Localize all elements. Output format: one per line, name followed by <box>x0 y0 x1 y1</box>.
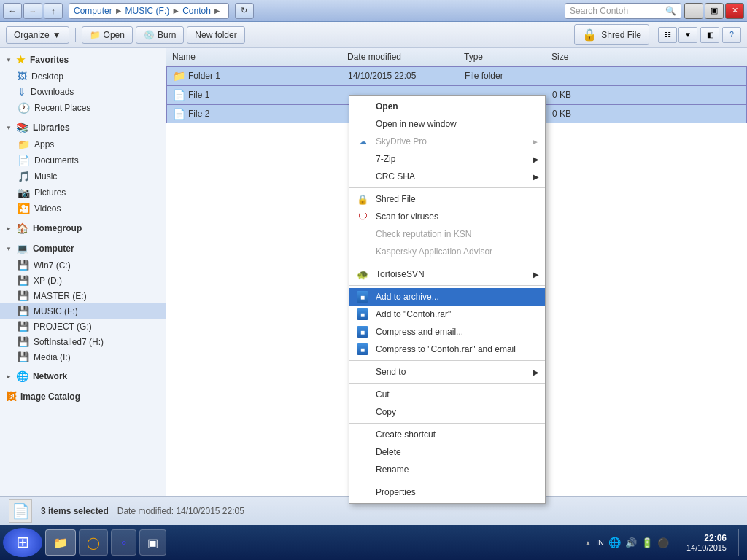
ctx-delete[interactable]: Delete <box>349 443 545 461</box>
open-button[interactable]: 📁 Open <box>82 26 133 44</box>
media-label: Media (I:) <box>34 352 71 362</box>
taskbar-explorer-icon: 📁 <box>53 536 68 550</box>
search-icon: 🔍 <box>665 6 676 16</box>
close-button[interactable]: ✕ <box>725 3 744 19</box>
sidebar-item-apps[interactable]: 📁 Apps <box>0 136 166 152</box>
taskbar-item-explorer[interactable]: 📁 <box>45 529 76 556</box>
breadcrumb-sep3: ► <box>213 6 222 16</box>
ctx-shred-file[interactable]: 🔒 Shred File <box>349 190 545 208</box>
project-icon: 💾 <box>18 321 29 332</box>
shred-file-button[interactable]: 🔒 Shred File <box>574 24 649 45</box>
col-type-header[interactable]: Type <box>458 50 546 63</box>
search-box[interactable]: Search Contoh 🔍 <box>565 3 681 19</box>
libraries-icon: 📚 <box>16 122 28 133</box>
ctx-open-new-window[interactable]: Open in new window <box>349 115 545 133</box>
sidebar-item-project[interactable]: 💾 PROJECT (G:) <box>0 319 166 334</box>
ctx-cut[interactable]: Cut <box>349 386 545 403</box>
taskbar-item-firefox[interactable]: ◯ <box>79 529 108 556</box>
up-button[interactable]: ↑ <box>44 3 63 19</box>
refresh-button[interactable]: ↻ <box>235 3 254 19</box>
ctx-skydrive-icon: ☁ <box>357 136 368 147</box>
col-name-header[interactable]: Name <box>166 50 341 63</box>
show-desktop-button[interactable] <box>738 529 744 556</box>
sidebar-item-recent[interactable]: 🕐 Recent Places <box>0 100 166 116</box>
sidebar-item-music-drive[interactable]: 💾 MUSIC (F:) <box>0 303 166 319</box>
ctx-add-archive[interactable]: ■ Add to archive... <box>349 288 545 306</box>
ctx-send-to[interactable]: Send to <box>349 363 545 381</box>
sidebar-item-master[interactable]: 💾 MASTER (E:) <box>0 288 166 303</box>
ctx-compress-contoh-email[interactable]: ■ Compress to "Contoh.rar" and email <box>349 341 545 358</box>
open-icon: 📁 <box>90 30 101 40</box>
libraries-header[interactable]: ▼ 📚 Libraries <box>0 119 166 136</box>
ctx-rename[interactable]: Rename <box>349 461 545 478</box>
tray-kaspersky-icon: ⚫ <box>657 537 669 548</box>
col-size-header[interactable]: Size <box>546 50 604 63</box>
ctx-compress-contoh-icon: ■ <box>357 343 368 355</box>
table-row[interactable]: 📁 Folder 1 14/10/2015 22:05 File folder <box>166 66 747 85</box>
sidebar-item-win7[interactable]: 💾 Win7 (C:) <box>0 257 166 273</box>
file-name-file1: 📄 File 1 <box>167 88 342 102</box>
back-button[interactable]: ← <box>3 3 22 19</box>
sidebar-item-videos[interactable]: 🎦 Videos <box>0 201 166 217</box>
favorites-label: Favorites <box>30 55 69 65</box>
tray-arrow[interactable]: ▲ <box>584 539 592 547</box>
new-folder-button[interactable]: New folder <box>187 26 244 44</box>
ctx-create-shortcut[interactable]: Create shortcut <box>349 426 545 443</box>
sidebar-item-media[interactable]: 💾 Media (I:) <box>0 349 166 365</box>
ctx-crcsha[interactable]: CRC SHA <box>349 168 545 185</box>
sidebar-item-music[interactable]: 🎵 Music <box>0 168 166 184</box>
breadcrumb[interactable]: Computer ► MUSIC (F:) ► Contoh ► <box>69 3 229 19</box>
ctx-7zip[interactable]: 7-Zip <box>349 150 545 168</box>
breadcrumb-contoh[interactable]: Contoh <box>182 6 211 16</box>
ctx-properties[interactable]: Properties <box>349 483 545 501</box>
favorites-triangle: ▼ <box>6 57 12 63</box>
nav-buttons: ← → ↑ <box>3 3 63 19</box>
sidebar-item-documents[interactable]: 📄 Documents <box>0 152 166 168</box>
recent-label: Recent Places <box>34 103 90 113</box>
start-button[interactable]: ⊞ <box>3 528 42 557</box>
ctx-kaspersky-advisor: Kaspersky Application Advisor <box>349 243 545 260</box>
favorites-header[interactable]: ▼ ★ Favorites <box>0 51 166 69</box>
ctx-open[interactable]: Open <box>349 98 545 115</box>
breadcrumb-computer[interactable]: Computer <box>74 6 112 16</box>
computer-header[interactable]: ▼ 💻 Computer <box>0 240 166 257</box>
burn-button[interactable]: 💿 Burn <box>136 26 184 44</box>
desktop-icon: 🖼 <box>18 71 27 82</box>
titlebar: ← → ↑ Computer ► MUSIC (F:) ► Contoh ► ↻… <box>0 0 747 22</box>
ctx-scan-viruses[interactable]: 🛡 Scan for viruses <box>349 208 545 225</box>
sidebar-item-desktop[interactable]: 🖼 Desktop <box>0 69 166 84</box>
softinstalled-icon: 💾 <box>18 336 29 347</box>
catalog-header[interactable]: 🖼 Image Catalog <box>0 388 166 405</box>
sidebar-item-pictures[interactable]: 📷 Pictures <box>0 184 166 201</box>
maximize-button[interactable]: ▣ <box>705 3 724 19</box>
videos-label: Videos <box>34 203 61 214</box>
sidebar-item-xp[interactable]: 💾 XP (D:) <box>0 273 166 288</box>
catalog-label: Image Catalog <box>20 392 80 402</box>
sidebar-item-downloads[interactable]: ⇓ Downloads <box>0 84 166 100</box>
minimize-button[interactable]: — <box>684 3 703 19</box>
taskbar-firefox-icon: ◯ <box>87 536 100 550</box>
view-arrow-button[interactable]: ▼ <box>678 27 697 43</box>
taskbar-item-extra[interactable]: ▣ <box>139 529 166 556</box>
help-button[interactable]: ? <box>722 27 741 43</box>
forward-button[interactable]: → <box>23 3 42 19</box>
taskbar-item-chrome[interactable]: ⚬ <box>111 529 136 556</box>
organize-button[interactable]: Organize ▼ <box>6 26 69 44</box>
view-mode-button[interactable]: ☷ <box>658 27 677 43</box>
titlebar-right: Search Contoh 🔍 — ▣ ✕ <box>565 3 744 19</box>
ctx-compress-email[interactable]: ■ Compress and email... <box>349 323 545 341</box>
ctx-sep7 <box>349 481 545 481</box>
taskbar-extra-icon: ▣ <box>147 536 158 550</box>
new-folder-label: New folder <box>195 30 236 40</box>
sidebar-item-softinstalled[interactable]: 💾 SoftInstalled7 (H:) <box>0 334 166 349</box>
breadcrumb-music[interactable]: MUSIC (F:) <box>125 6 170 16</box>
network-header[interactable]: ► 🌐 Network <box>0 368 166 385</box>
ctx-tortoisesvn[interactable]: 🐢 TortoiseSVN <box>349 265 545 283</box>
layout-button[interactable]: ◧ <box>700 27 719 43</box>
col-date-header[interactable]: Date modified <box>341 50 458 63</box>
ctx-copy[interactable]: Copy <box>349 403 545 421</box>
clock[interactable]: 22:06 14/10/2015 <box>681 533 732 552</box>
downloads-label: Downloads <box>31 87 74 97</box>
ctx-add-contoh-rar[interactable]: ■ Add to "Contoh.rar" <box>349 306 545 323</box>
homegroup-header[interactable]: ► 🏠 Homegroup <box>0 219 166 237</box>
